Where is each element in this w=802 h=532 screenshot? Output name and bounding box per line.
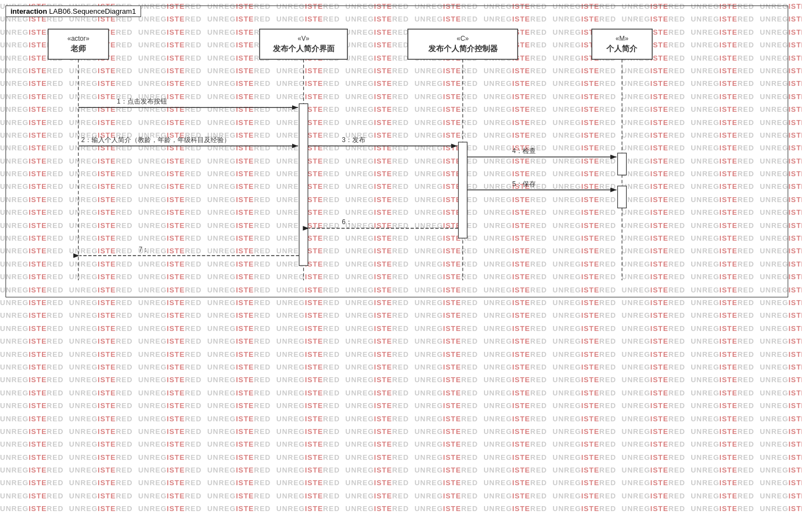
watermark-text: UNREGISTERED xyxy=(69,387,138,399)
watermark-text: UNREGISTERED xyxy=(0,335,69,348)
watermark-text: UNREGISTERED xyxy=(276,502,345,515)
watermark-text: UNREGISTERED xyxy=(69,425,138,438)
svg-text:«V»: «V» xyxy=(298,35,310,42)
watermark-text: UNREGISTERED xyxy=(483,387,552,399)
watermark-text: UNREGISTERED xyxy=(346,309,415,322)
watermark-text: UNREGISTERED xyxy=(207,438,276,450)
watermark-text: UNREGISTERED xyxy=(760,309,802,322)
watermark-text: UNREGISTERED xyxy=(553,412,622,425)
watermark-text: UNREGISTERED xyxy=(622,451,691,464)
watermark-text: UNREGISTERED xyxy=(622,309,691,322)
watermark-text: UNREGISTERED xyxy=(760,387,802,399)
watermark-text: UNREGISTERED xyxy=(0,438,69,450)
watermark-text: UNREGISTERED xyxy=(760,335,802,348)
watermark-text: UNREGISTERED xyxy=(553,373,622,386)
watermark-text: UNREGISTERED xyxy=(346,412,415,425)
watermark-text: UNREGISTERED xyxy=(622,322,691,335)
watermark-text: UNREGISTERED xyxy=(207,348,276,361)
watermark-text: UNREGISTERED xyxy=(276,399,345,412)
watermark-text: UNREGISTERED xyxy=(207,412,276,425)
watermark-text: UNREGISTERED xyxy=(276,296,345,309)
watermark-text: UNREGISTERED xyxy=(0,361,69,373)
watermark-text: UNREGISTERED xyxy=(138,373,207,386)
watermark-text: UNREGISTERED xyxy=(346,348,415,361)
watermark-text: UNREGISTERED xyxy=(207,373,276,386)
watermark-text: UNREGISTERED xyxy=(69,399,138,412)
watermark-text: UNREGISTERED xyxy=(69,348,138,361)
watermark-text: UNREGISTERED xyxy=(0,502,69,515)
watermark-text: UNREGISTERED xyxy=(483,322,552,335)
watermark-text: UNREGISTERED xyxy=(553,464,622,476)
watermark-text: UNREGISTERED xyxy=(760,476,802,489)
watermark-text: UNREGISTERED xyxy=(553,425,622,438)
watermark-text: UNREGISTERED xyxy=(553,361,622,373)
watermark-text: UNREGISTERED xyxy=(346,476,415,489)
watermark-text: UNREGISTERED xyxy=(622,425,691,438)
watermark-text: UNREGISTERED xyxy=(69,373,138,386)
watermark-text: UNREGISTERED xyxy=(483,490,552,502)
watermark-text: UNREGISTERED xyxy=(415,348,483,361)
watermark-text: UNREGISTERED xyxy=(69,490,138,502)
watermark-text: UNREGISTERED xyxy=(138,399,207,412)
watermark-text: UNREGISTERED xyxy=(553,451,622,464)
watermark-text: UNREGISTERED xyxy=(138,438,207,450)
watermark-text: UNREGISTERED xyxy=(691,361,760,373)
watermark-text: UNREGISTERED xyxy=(415,296,483,309)
watermark-text: UNREGISTERED xyxy=(691,348,760,361)
watermark-text: UNREGISTERED xyxy=(553,322,622,335)
watermark-text: UNREGISTERED xyxy=(483,348,552,361)
watermark-text: UNREGISTERED xyxy=(622,387,691,399)
watermark-text: UNREGISTERED xyxy=(483,412,552,425)
watermark-text: UNREGISTERED xyxy=(415,502,483,515)
watermark-text: UNREGISTERED xyxy=(691,490,760,502)
watermark-text: UNREGISTERED xyxy=(553,476,622,489)
watermark-text: UNREGISTERED xyxy=(0,476,69,489)
watermark-text: UNREGISTERED xyxy=(415,387,483,399)
watermark-text: UNREGISTERED xyxy=(0,309,69,322)
watermark-text: UNREGISTERED xyxy=(691,451,760,464)
watermark-text: UNREGISTERED xyxy=(553,502,622,515)
watermark-text: UNREGISTERED xyxy=(346,322,415,335)
watermark-text: UNREGISTERED xyxy=(0,464,69,476)
watermark-text: UNREGISTERED xyxy=(138,335,207,348)
watermark-text: UNREGISTERED xyxy=(483,309,552,322)
watermark-text: UNREGISTERED xyxy=(207,399,276,412)
watermark-text: UNREGISTERED xyxy=(346,425,415,438)
watermark-text: UNREGISTERED xyxy=(622,296,691,309)
watermark-text: UNREGISTERED xyxy=(207,464,276,476)
watermark-text: UNREGISTERED xyxy=(622,464,691,476)
svg-text:6：: 6： xyxy=(342,218,352,226)
watermark-text: UNREGISTERED xyxy=(622,348,691,361)
watermark-text: UNREGISTERED xyxy=(415,451,483,464)
watermark-text: UNREGISTERED xyxy=(138,309,207,322)
svg-rect-19 xyxy=(459,142,467,238)
watermark-text: UNREGISTERED xyxy=(691,322,760,335)
watermark-text: UNREGISTERED xyxy=(760,490,802,502)
watermark-text: UNREGISTERED xyxy=(69,451,138,464)
watermark-text: UNREGISTERED xyxy=(276,361,345,373)
watermark-text: UNREGISTERED xyxy=(276,490,345,502)
watermark-text: UNREGISTERED xyxy=(760,451,802,464)
watermark-text: UNREGISTERED xyxy=(207,451,276,464)
svg-text:«C»: «C» xyxy=(457,35,469,42)
watermark-text: UNREGISTERED xyxy=(346,373,415,386)
svg-text:发布个人简介界面: 发布个人简介界面 xyxy=(272,44,335,53)
svg-rect-21 xyxy=(617,186,626,208)
watermark-text: UNREGISTERED xyxy=(415,438,483,450)
watermark-text: UNREGISTERED xyxy=(553,348,622,361)
watermark-text: UNREGISTERED xyxy=(276,412,345,425)
watermark-text: UNREGISTERED xyxy=(691,438,760,450)
watermark-text: UNREGISTERED xyxy=(553,490,622,502)
watermark-text: UNREGISTERED xyxy=(0,412,69,425)
watermark-text: UNREGISTERED xyxy=(691,296,760,309)
watermark-text: UNREGISTERED xyxy=(553,309,622,322)
watermark-text: UNREGISTERED xyxy=(276,309,345,322)
watermark-text: UNREGISTERED xyxy=(760,348,802,361)
watermark-text: UNREGISTERED xyxy=(69,296,138,309)
watermark-text: UNREGISTERED xyxy=(483,438,552,450)
watermark-text: UNREGISTERED xyxy=(138,502,207,515)
watermark-text: UNREGISTERED xyxy=(483,335,552,348)
watermark-text: UNREGISTERED xyxy=(760,361,802,373)
watermark-text: UNREGISTERED xyxy=(346,399,415,412)
watermark-text: UNREGISTERED xyxy=(276,373,345,386)
